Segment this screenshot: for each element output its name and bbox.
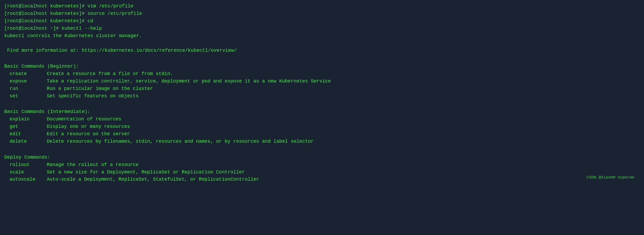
section-header: Deploy Commands: xyxy=(4,154,640,161)
command-name: rollout xyxy=(4,161,47,169)
command-row: autoscaleAuto-scale a Deployment, Replic… xyxy=(4,176,640,183)
command-name: explain xyxy=(4,116,47,123)
plain-line: kubectl controls the Kubernetes cluster … xyxy=(4,32,640,40)
command-row: explainDocumentation of resources xyxy=(4,116,640,123)
prompt-line: [root@localhost kubernetes]# cd xyxy=(4,18,640,25)
blank-line xyxy=(4,54,640,62)
command-name: autoscale xyxy=(4,176,47,183)
command-name: delete xyxy=(4,138,47,145)
command-desc: Edit a resource on the server xyxy=(47,130,130,138)
command-name: scale xyxy=(4,169,47,176)
section-header: Basic Commands (Beginner): xyxy=(4,63,640,70)
command-desc: Auto-scale a Deployment, ReplicaSet, Sta… xyxy=(47,176,259,183)
command-name: run xyxy=(4,85,47,93)
section-header: Basic Commands (Intermediate): xyxy=(4,108,640,116)
command-row: setSet specific features on objects xyxy=(4,93,640,100)
command-row: runRun a particular image on the cluster xyxy=(4,85,640,93)
command-row: exposeTake a replication controller, ser… xyxy=(4,78,640,85)
command-desc: Take a replication controller, service, … xyxy=(47,78,331,85)
command-row: scaleSet a new size for a Deployment, Re… xyxy=(4,169,640,176)
command-row: getDisplay one or many resources xyxy=(4,123,640,130)
command-desc: Set specific features on objects xyxy=(47,93,139,100)
terminal-window: [root@localhost kubernetes]# vim /etc/pr… xyxy=(4,3,640,183)
terminal-content: [root@localhost kubernetes]# vim /etc/pr… xyxy=(4,3,640,183)
blank-line xyxy=(4,40,640,47)
command-desc: Manage the rollout of a resource xyxy=(47,161,139,169)
command-name: expose xyxy=(4,78,47,85)
command-name: edit xyxy=(4,130,47,138)
prompt-line: [root@localhost kubernetes]# vim /etc/pr… xyxy=(4,3,640,10)
prompt-line: [root@localhost kubernetes]# source /etc… xyxy=(4,10,640,18)
watermark: CSDN @XiaoHH Superme xyxy=(587,175,634,181)
blank-line xyxy=(4,145,640,153)
command-name: create xyxy=(4,70,47,78)
command-desc: Create a resource from a file or from st… xyxy=(47,70,173,78)
plain-line: Find more information at: https://kubern… xyxy=(4,47,640,54)
command-desc: Delete resources by filenames, stdin, re… xyxy=(47,138,314,145)
command-desc: Set a new size for a Deployment, Replica… xyxy=(47,169,245,176)
command-row: createCreate a resource from a file or f… xyxy=(4,70,640,78)
prompt-line: [root@localhost ~]# kubectl --help xyxy=(4,25,640,32)
command-row: editEdit a resource on the server xyxy=(4,130,640,138)
command-row: deleteDelete resources by filenames, std… xyxy=(4,138,640,145)
command-desc: Run a particular image on the cluster xyxy=(47,85,153,93)
command-desc: Display one or many resources xyxy=(47,123,130,130)
command-name: get xyxy=(4,123,47,130)
command-row: rolloutManage the rollout of a resource xyxy=(4,161,640,169)
blank-line xyxy=(4,100,640,107)
command-name: set xyxy=(4,93,47,100)
command-desc: Documentation of resources xyxy=(47,116,121,123)
